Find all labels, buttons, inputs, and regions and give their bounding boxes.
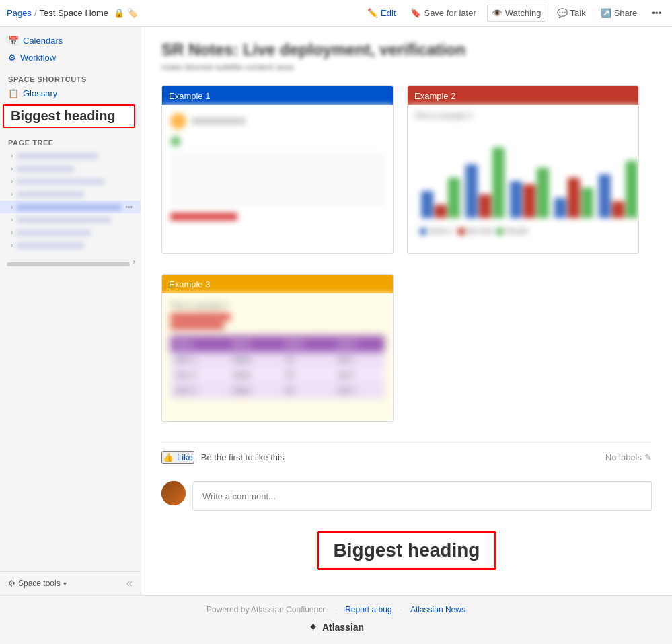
tree-item-label-6 [17, 217, 111, 223]
macro-panel-2: Example 2 This is example 2 [407, 85, 639, 254]
footer-logo: ✦ Atlassian [0, 620, 672, 635]
bar-blue-4 [554, 198, 566, 218]
watching-button[interactable]: 👁️ Watching [487, 5, 546, 22]
page-tree-label: PAGE TREE [0, 133, 141, 149]
macro-body-3: This is example 3 Col 1 Col 2 Col 3 [162, 293, 393, 421]
macro-panel-3: Example 3 This is example 3 Col 1 Col 2 [161, 274, 394, 422]
app-wrapper: Pages / Test Space Home 🔒 🏷️ ✏️ Edit 🔖 S… [0, 0, 672, 644]
macro-header-1: Example 1 [162, 86, 393, 105]
tree-item-label-1 [17, 153, 98, 159]
tree-item-label-3 [17, 178, 104, 185]
tree-item-options-icon[interactable]: ••• [125, 203, 133, 211]
bar-blue-2 [465, 164, 478, 218]
tree-item-2[interactable]: › [0, 162, 141, 175]
bookmark-icon: 🔖 [410, 8, 421, 18]
table-header-2: Col 2 [227, 336, 281, 352]
bar-green-4 [581, 188, 593, 218]
edit-labels-icon[interactable]: ✎ [644, 452, 652, 462]
table-row-3: Item 3Value56Val 3 [170, 383, 385, 398]
tree-item-7[interactable]: › [0, 226, 141, 239]
tree-item-6[interactable]: › [0, 213, 141, 226]
bar-red-2 [479, 194, 491, 218]
chart-area: This is example 2 [408, 105, 638, 253]
sidebar-item-glossary[interactable]: 📋 Glossary [0, 85, 141, 102]
talk-button[interactable]: 💬 Talk [553, 5, 590, 21]
space-tools-bar[interactable]: ⚙ Space tools ▾ « [0, 571, 141, 595]
edit-button[interactable]: ✏️ Edit [363, 5, 400, 21]
like-button[interactable]: 👍 Like [161, 451, 194, 464]
dropdown-icon: ▾ [63, 580, 67, 587]
chevron-icon-2: › [11, 165, 13, 172]
tree-item-label-4 [17, 191, 84, 198]
sidebar-item-calendars[interactable]: 📅 Calendars [0, 32, 141, 49]
atlassian-news-link[interactable]: Atlassian News [410, 605, 465, 614]
save-for-later-button[interactable]: 🔖 Save for later [406, 5, 480, 21]
breadcrumb-sep-1: / [34, 8, 37, 18]
chart-legend: Series 1 Bar total Results [414, 225, 632, 238]
chevron-icon-6: › [11, 216, 13, 223]
sidebar-scrollbar[interactable] [7, 262, 130, 266]
macro-header-3: Example 3 [162, 275, 393, 293]
collapse-sidebar-icon[interactable]: « [126, 577, 133, 589]
page-subtitle: notes blurred subtitle content area [161, 62, 652, 72]
thumbs-up-icon: 👍 [163, 452, 174, 462]
expand-sidebar-button[interactable]: › [133, 256, 135, 266]
chevron-icon-4: › [11, 190, 13, 198]
share-button[interactable]: ↗️ Share [597, 5, 642, 21]
workflow-icon: ⚙ [8, 52, 16, 63]
footer-sep-1: · [335, 605, 337, 614]
report-bug-link[interactable]: Report a bug [345, 605, 391, 614]
macro-panel-3-wrapper: Example 3 This is example 3 Col 1 Col 2 [161, 274, 394, 422]
tree-item-3[interactable]: › [0, 175, 141, 188]
table-row-2: Item 2Value34Val 2 [170, 367, 385, 383]
breadcrumb-space-home: Test Space Home [40, 8, 109, 18]
tree-item-1[interactable]: › [0, 149, 141, 162]
share-icon: ↗️ [601, 8, 611, 18]
chevron-icon-3: › [11, 178, 13, 185]
powered-by-text: Powered by Atlassian Confluence [207, 605, 327, 614]
macro-body-1 [162, 105, 393, 233]
avatar [161, 481, 186, 505]
tree-item-4[interactable]: › [0, 188, 141, 201]
footer: Powered by Atlassian Confluence · Report… [0, 595, 672, 644]
table-row-1: Item 1Value12Val 1 [170, 352, 385, 367]
bar-blue-1 [421, 191, 433, 218]
chart-bars [414, 124, 632, 225]
bar-blue-5 [599, 174, 611, 218]
eye-icon: 👁️ [492, 8, 502, 18]
tree-item-label-2 [17, 166, 74, 172]
table-header-4: Col 4 [332, 336, 385, 352]
lock-icon: 🔒 [114, 8, 124, 18]
chevron-icon-5: › [11, 203, 13, 211]
content-area: SR Notes: Live deployment, verification … [141, 27, 672, 595]
bar-blue-3 [510, 181, 522, 218]
comment-input[interactable] [192, 481, 652, 511]
gear-icon: ⚙ [8, 579, 15, 588]
tree-item-label-5 [17, 204, 121, 211]
tree-item-5[interactable]: › ••• [0, 201, 141, 213]
breadcrumb-pages-link[interactable]: Pages [7, 8, 32, 18]
more-actions-button[interactable]: ••• [648, 5, 665, 21]
calendar-icon: 📅 [8, 36, 19, 46]
main-area: 📅 Calendars ⚙ Workflow SPACE SHORTCUTS 📋… [0, 27, 672, 595]
top-nav: Pages / Test Space Home 🔒 🏷️ ✏️ Edit 🔖 S… [0, 0, 672, 27]
glossary-icon: 📋 [8, 88, 19, 98]
bar-red-3 [523, 184, 535, 218]
biggest-heading-sidebar-box: Biggest heading [3, 104, 135, 128]
tree-items: › › › › › ••• [0, 149, 141, 252]
biggest-heading-bottom-text: Biggest heading [334, 540, 480, 561]
sidebar-calendars-section: 📅 Calendars ⚙ Workflow [0, 27, 141, 71]
sidebar-item-workflow[interactable]: ⚙ Workflow [0, 49, 141, 66]
macro-panel-1: Example 1 [161, 85, 394, 254]
chevron-icon-8: › [11, 242, 13, 249]
chevron-icon-7: › [11, 229, 13, 236]
footer-links: Powered by Atlassian Confluence · Report… [0, 605, 672, 614]
macros-row-1: Example 1 Example 2 Th [161, 85, 652, 254]
tree-item-8[interactable]: › [0, 239, 141, 252]
bar-green-3 [537, 168, 549, 218]
like-first-text: Be the first to like this [201, 452, 285, 462]
macro-header-2: Example 2 [408, 86, 638, 105]
labels-right: No labels ✎ [605, 452, 652, 462]
edit-icon: ✏️ [367, 8, 378, 18]
like-section: 👍 Like Be the first to like this No labe… [161, 442, 652, 472]
